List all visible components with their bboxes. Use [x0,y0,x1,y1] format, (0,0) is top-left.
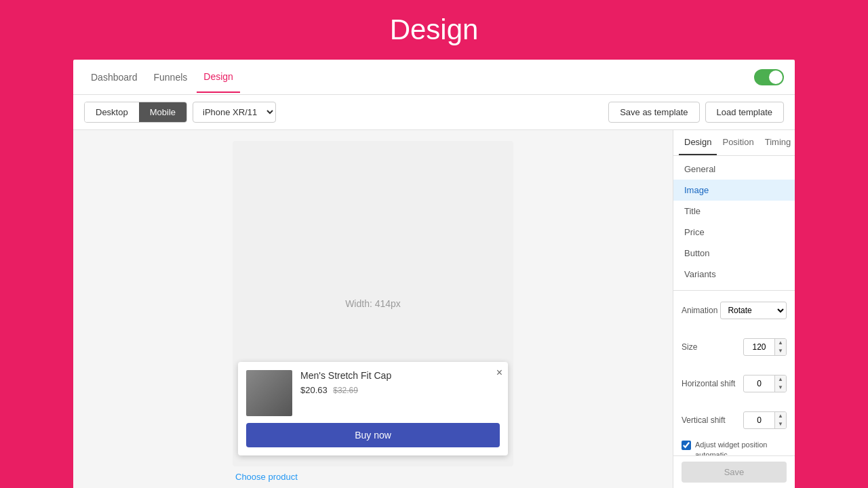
choose-product-link[interactable]: Choose product [235,472,298,482]
save-btn-wrapper: Save [673,455,795,488]
section-list: General Image Title Price Button Variant… [673,156,795,287]
view-toggle: Desktop Mobile [84,102,187,123]
popup-info: Men's Stretch Fit Cap $20.63 $32.69 [300,370,500,416]
size-arrows: ▲ ▼ [774,339,786,355]
nav-design[interactable]: Design [197,62,240,93]
desktop-button[interactable]: Desktop [85,102,139,122]
vshift-section: Vertical shift ▲ ▼ [673,403,795,440]
content-area: Width: 414px Men's Stretch Fit Cap $20.6… [73,130,795,488]
vshift-up-arrow[interactable]: ▲ [775,412,786,420]
size-section: Size ▲ ▼ [673,330,795,367]
adjust-widget-checkbox[interactable] [682,441,691,450]
vshift-row: Vertical shift ▲ ▼ [682,411,787,429]
hshift-arrows: ▲ ▼ [774,375,786,392]
hshift-up-arrow[interactable]: ▲ [775,375,786,384]
product-image [246,370,292,416]
nav-dashboard[interactable]: Dashboard [84,62,144,92]
section-image[interactable]: Image [673,180,795,201]
tab-design[interactable]: Design [679,130,717,155]
vshift-input-wrapper: ▲ ▼ [743,411,787,429]
adjust-widget-row: Adjust widget position automatic [673,440,795,455]
hshift-section: Horizontal shift ▲ ▼ [673,367,795,403]
save-button[interactable]: Save [682,462,787,483]
animation-label: Animation [682,306,717,315]
hshift-label: Horizontal shift [682,379,741,388]
phone-frame: Width: 414px Men's Stretch Fit Cap $20.6… [233,141,513,466]
right-panel: Design Position Timing General Image Tit… [673,130,795,488]
load-template-button[interactable]: Load template [705,102,784,123]
vshift-down-arrow[interactable]: ▼ [775,420,786,428]
size-row: Size ▲ ▼ [682,338,787,356]
product-image-inner [246,370,292,416]
vshift-input[interactable] [744,413,774,428]
right-panel-content: General Image Title Price Button Variant… [673,156,795,455]
toolbar: Desktop Mobile iPhone XR/11 Save as temp… [73,95,795,130]
size-up-arrow[interactable]: ▲ [775,339,786,347]
mobile-button[interactable]: Mobile [139,102,186,122]
main-container: Dashboard Funnels Design Desktop Mobile … [73,60,795,488]
animation-row: Animation Rotate [682,302,787,319]
header: Design [0,0,868,60]
popup-header: Men's Stretch Fit Cap $20.63 $32.69 × [246,370,500,416]
hshift-down-arrow[interactable]: ▼ [775,384,786,392]
nav-bar: Dashboard Funnels Design [73,60,795,95]
size-input[interactable] [744,340,774,354]
divider-1 [673,290,795,291]
buy-now-button[interactable]: Buy now [246,423,500,447]
vshift-label: Vertical shift [682,415,741,425]
popup-price-row: $20.63 $32.69 [300,384,500,396]
section-price[interactable]: Price [673,222,795,243]
product-original-price: $32.69 [333,386,358,395]
product-popup: Men's Stretch Fit Cap $20.63 $32.69 × Bu… [238,362,508,455]
section-general[interactable]: General [673,159,795,180]
size-input-wrapper: ▲ ▼ [743,338,787,356]
tab-timing[interactable]: Timing [760,130,795,155]
right-panel-tabs: Design Position Timing [673,130,795,156]
device-select[interactable]: iPhone XR/11 [193,102,276,123]
save-template-button[interactable]: Save as template [608,102,699,123]
hshift-input-wrapper: ▲ ▼ [743,375,787,392]
vshift-arrows: ▲ ▼ [774,412,786,428]
product-price: $20.63 [300,385,328,395]
size-label: Size [682,342,741,352]
adjust-widget-label: Adjust widget position automatic [695,440,787,455]
nav-funnels[interactable]: Funnels [147,62,195,92]
section-title[interactable]: Title [673,201,795,222]
tab-position[interactable]: Position [717,130,759,155]
size-down-arrow[interactable]: ▼ [775,347,786,355]
page-title: Design [390,14,479,46]
canvas-area: Width: 414px Men's Stretch Fit Cap $20.6… [73,130,673,488]
section-variants[interactable]: Variants [673,264,795,285]
hshift-row: Horizontal shift ▲ ▼ [682,375,787,392]
toggle-switch[interactable] [754,69,784,85]
width-label: Width: 414px [345,298,401,309]
popup-close-button[interactable]: × [496,367,502,378]
hshift-input[interactable] [744,376,774,391]
animation-section: Animation Rotate [673,293,795,330]
section-button[interactable]: Button [673,243,795,264]
product-title: Men's Stretch Fit Cap [300,370,500,381]
animation-select[interactable]: Rotate [720,302,787,319]
